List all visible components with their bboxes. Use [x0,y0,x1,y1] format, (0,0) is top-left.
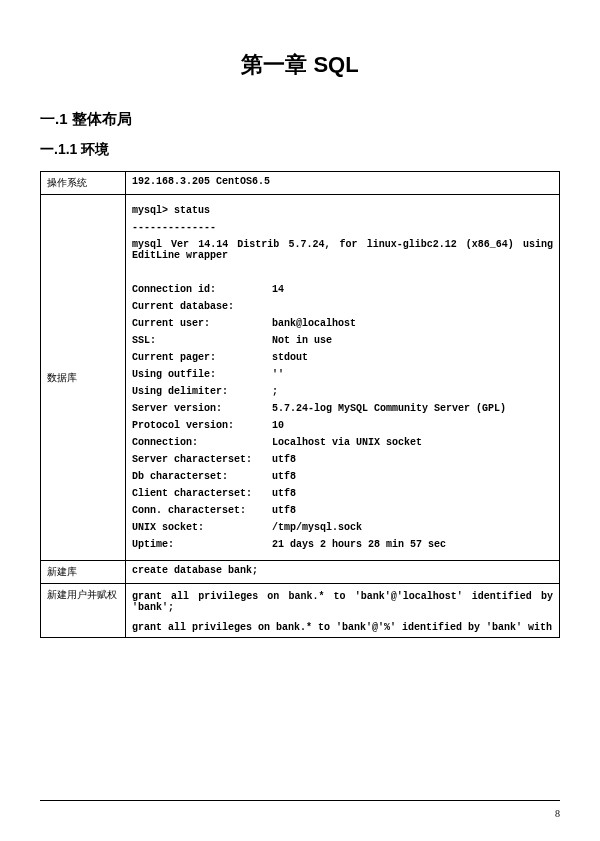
db-kv: Client characterset:utf8 [132,488,553,499]
row-value-db: mysql> status -------------- mysql Ver 1… [126,195,560,561]
environment-table: 操作系统 192.168.3.205 CentOS6.5 数据库 mysql> … [40,171,560,638]
db-kv: SSL:Not in use [132,335,553,346]
db-line: mysql> status [132,205,553,216]
table-row: 数据库 mysql> status -------------- mysql V… [41,195,560,561]
db-kv: Connection:Localhost via UNIX socket [132,437,553,448]
table-row: 新建库 create database bank; [41,561,560,584]
row-value-createdb: create database bank; [126,561,560,584]
db-kv: Connection id:14 [132,284,553,295]
db-kv: UNIX socket:/tmp/mysql.sock [132,522,553,533]
table-row: 操作系统 192.168.3.205 CentOS6.5 [41,172,560,195]
db-kv: Server characterset:utf8 [132,454,553,465]
page-number: 8 [555,808,560,819]
db-kv: Conn. characterset:utf8 [132,505,553,516]
grant-line: grant all privileges on bank.* to 'bank'… [132,591,553,613]
chapter-title: 第一章 SQL [40,50,560,80]
row-label-db: 数据库 [41,195,126,561]
db-kv: Current user:bank@localhost [132,318,553,329]
db-kv: Server version:5.7.24-log MySQL Communit… [132,403,553,414]
table-row: 新建用户并赋权 grant all privileges on bank.* t… [41,584,560,638]
db-kv: Uptime:21 days 2 hours 28 min 57 sec [132,539,553,550]
db-kv: Current pager:stdout [132,352,553,363]
db-kv: Current database: [132,301,553,312]
row-label-os: 操作系统 [41,172,126,195]
db-kv: Using delimiter:; [132,386,553,397]
footer-rule [40,800,560,801]
grant-line: grant all privileges on bank.* to 'bank'… [132,622,553,633]
row-value-grant: grant all privileges on bank.* to 'bank'… [126,584,560,638]
db-kv: Db characterset:utf8 [132,471,553,482]
db-kv: Protocol version:10 [132,420,553,431]
db-line: -------------- [132,222,553,233]
section-heading-1-1: 一.1.1 环境 [40,141,560,159]
section-heading-1: 一.1 整体布局 [40,110,560,129]
row-label-grant: 新建用户并赋权 [41,584,126,638]
db-kv: Using outfile:'' [132,369,553,380]
db-line: mysql Ver 14.14 Distrib 5.7.24, for linu… [132,239,553,261]
row-label-createdb: 新建库 [41,561,126,584]
row-value-os: 192.168.3.205 CentOS6.5 [126,172,560,195]
